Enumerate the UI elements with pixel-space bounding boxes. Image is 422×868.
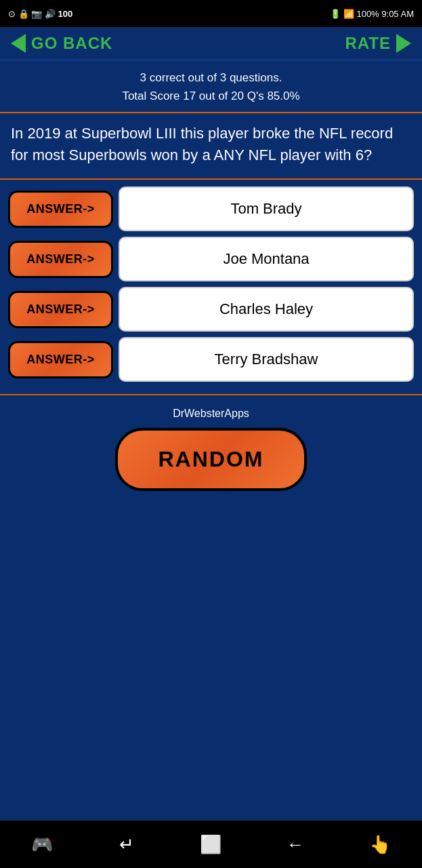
question-section: In 2019 at Superbowl LIII this player br… xyxy=(0,112,422,180)
answer-row-3: ANSWER-> Charles Haley xyxy=(8,287,414,332)
random-button[interactable]: RANDOM xyxy=(115,428,308,491)
answer-text-3[interactable]: Charles Haley xyxy=(119,287,414,332)
status-right: 🔋 📶 100% 9:05 AM xyxy=(330,9,414,19)
gamepad-icon[interactable]: 🎮 xyxy=(28,831,56,858)
battery-signal: 🔋 📶 100% 9:05 AM xyxy=(330,9,414,19)
brand-label: DrWebsterApps xyxy=(173,408,249,420)
rate-label: RATE xyxy=(345,34,391,53)
answer-button-3[interactable]: ANSWER-> xyxy=(8,291,113,328)
answer-row-1: ANSWER-> Tom Brady xyxy=(8,186,414,231)
back-arrow-icon[interactable]: ← xyxy=(282,831,309,858)
answer-row-4: ANSWER-> Terry Bradshaw xyxy=(8,337,414,382)
score-total-line: Total Score 17 out of 20 Q's 85.0% xyxy=(7,87,415,105)
home-icon[interactable]: ⬜ xyxy=(197,831,224,858)
answer-text-1[interactable]: Tom Brady xyxy=(119,186,414,231)
answers-section: ANSWER-> Tom Brady ANSWER-> Joe Montana … xyxy=(0,180,422,389)
question-text: In 2019 at Superbowl LIII this player br… xyxy=(11,123,411,166)
score-section: 3 correct out of 3 questions. Total Scor… xyxy=(0,60,422,112)
answer-text-2[interactable]: Joe Montana xyxy=(119,237,414,281)
go-back-arrow-icon xyxy=(11,34,26,53)
answer-button-2[interactable]: ANSWER-> xyxy=(8,241,113,278)
status-icons: ⊙ 🔒 📷 🔊 100 xyxy=(8,9,72,19)
go-back-label: GO BACK xyxy=(31,34,112,53)
rate-arrow-icon xyxy=(396,34,411,53)
answer-text-4[interactable]: Terry Bradshaw xyxy=(119,337,414,382)
back-nav-icon[interactable]: ↵ xyxy=(113,831,140,858)
answer-button-1[interactable]: ANSWER-> xyxy=(8,191,113,228)
status-left: ⊙ 🔒 📷 🔊 100 xyxy=(8,9,72,19)
answer-row-2: ANSWER-> Joe Montana xyxy=(8,237,414,281)
main-content-filler xyxy=(0,505,422,821)
status-bar: ⊙ 🔒 📷 🔊 100 🔋 📶 100% 9:05 AM xyxy=(0,0,422,27)
touch-icon[interactable]: 👆 xyxy=(366,831,394,858)
top-nav: GO BACK RATE xyxy=(0,27,422,60)
answer-button-4[interactable]: ANSWER-> xyxy=(8,341,113,378)
rate-button[interactable]: RATE xyxy=(345,34,411,53)
go-back-button[interactable]: GO BACK xyxy=(11,34,112,53)
score-correct-line: 3 correct out of 3 questions. xyxy=(7,68,415,87)
divider xyxy=(0,394,422,395)
bottom-nav-bar: 🎮 ↵ ⬜ ← 👆 xyxy=(0,821,422,868)
footer-section: DrWebsterApps RANDOM xyxy=(0,401,422,505)
